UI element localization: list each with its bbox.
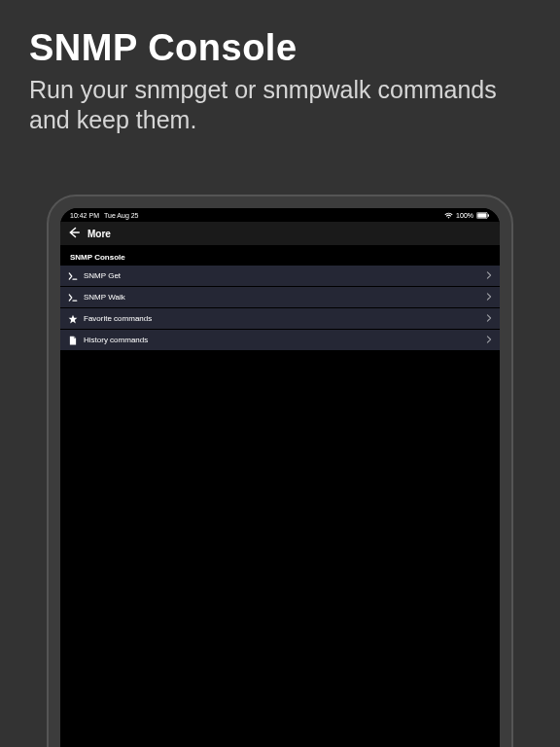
status-bar: 10:42 PM Tue Aug 25 100% bbox=[60, 208, 500, 222]
svg-rect-2 bbox=[488, 214, 489, 217]
list-item-history[interactable]: History commands bbox=[60, 330, 500, 350]
star-icon bbox=[68, 314, 78, 324]
promo-subtitle: Run your snmpget or snmpwalk commands an… bbox=[29, 75, 531, 136]
prompt-icon bbox=[68, 271, 78, 281]
chevron-right-icon bbox=[486, 336, 492, 345]
wifi-icon bbox=[444, 212, 453, 219]
list-item-label: Favorite commands bbox=[84, 314, 480, 323]
chevron-right-icon bbox=[486, 293, 492, 302]
back-arrow-icon[interactable] bbox=[68, 225, 80, 242]
battery-icon bbox=[476, 212, 490, 219]
prompt-icon bbox=[68, 293, 78, 302]
section-header: SNMP Console bbox=[60, 245, 500, 266]
nav-title: More bbox=[88, 229, 111, 239]
list-item-label: SNMP Walk bbox=[84, 293, 480, 302]
promo-title: SNMP Console bbox=[29, 27, 531, 69]
list-item-label: History commands bbox=[84, 336, 480, 344]
chevron-right-icon bbox=[486, 271, 492, 281]
document-icon bbox=[68, 336, 78, 345]
battery-pct: 100% bbox=[456, 212, 473, 219]
nav-bar: More bbox=[60, 222, 500, 245]
list-item-favorite[interactable]: Favorite commands bbox=[60, 308, 500, 329]
list-item-snmp-walk[interactable]: SNMP Walk bbox=[60, 287, 500, 307]
status-time: 10:42 PM bbox=[70, 212, 99, 219]
list-item-label: SNMP Get bbox=[84, 271, 480, 280]
menu-list: SNMP Get SNMP Walk bbox=[60, 266, 500, 350]
device-screen: 10:42 PM Tue Aug 25 100% More bbox=[60, 208, 500, 747]
list-item-snmp-get[interactable]: SNMP Get bbox=[60, 266, 500, 286]
device-frame: 10:42 PM Tue Aug 25 100% More bbox=[47, 195, 513, 747]
status-date: Tue Aug 25 bbox=[104, 212, 139, 219]
chevron-right-icon bbox=[486, 314, 492, 324]
promo-block: SNMP Console Run your snmpget or snmpwal… bbox=[0, 0, 560, 154]
svg-rect-1 bbox=[477, 213, 486, 218]
device-mockup: 10:42 PM Tue Aug 25 100% More bbox=[47, 195, 513, 747]
